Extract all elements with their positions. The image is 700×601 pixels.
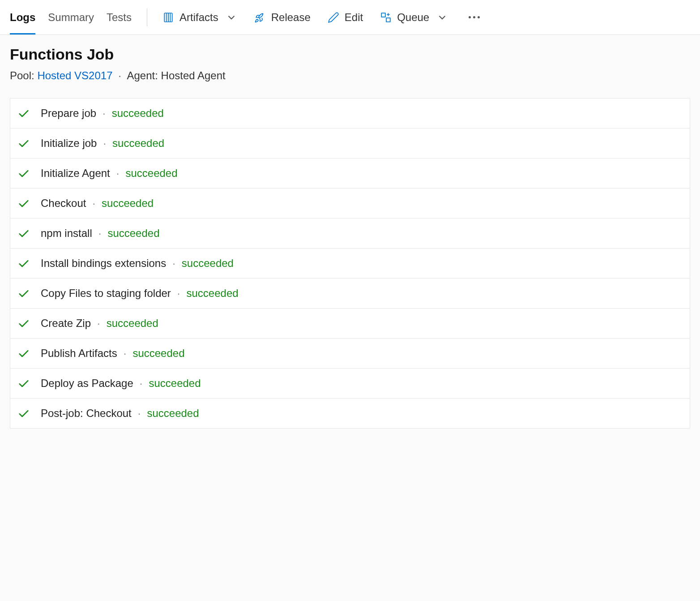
edit-label: Edit [345,11,363,24]
check-icon [17,227,30,240]
step-status: succeeded [125,167,177,180]
step-name: Prepare job [41,107,96,120]
rocket-icon [254,12,266,23]
more-button[interactable] [465,13,483,22]
release-button[interactable]: Release [254,11,311,24]
chevron-down-icon [436,12,448,23]
step-status: succeeded [147,407,199,420]
check-icon [17,377,30,390]
dot-separator: · [98,227,102,240]
step-status: succeeded [107,317,158,330]
dot-separator: · [140,377,143,390]
separator [147,9,147,26]
tab-summary[interactable]: Summary [48,0,94,34]
dot-separator: · [177,287,180,300]
step-row[interactable]: Deploy as Package · succeeded [10,369,690,399]
dot-separator: · [102,107,106,120]
queue-button[interactable]: Queue [380,11,448,24]
step-status: succeeded [186,287,238,300]
queue-icon [380,12,392,23]
step-name: Post-job: Checkout [41,407,132,420]
check-icon [17,107,30,120]
step-row[interactable]: Install bindings extensions · succeeded [10,249,690,279]
step-row[interactable]: Create Zip · succeeded [10,309,690,339]
step-name: Deploy as Package [41,377,133,390]
pool-label: Pool: [10,69,34,82]
step-row[interactable]: Initialize job · succeeded [10,129,690,159]
step-row[interactable]: Checkout · succeeded [10,189,690,219]
dot-separator: · [92,197,95,210]
tab-tests[interactable]: Tests [107,0,132,34]
step-name: Create Zip [41,317,91,330]
artifacts-icon [162,12,174,23]
step-name: Checkout [41,197,86,210]
dot-separator: · [138,407,141,420]
dot-icon [473,16,475,18]
step-row[interactable]: Publish Artifacts · succeeded [10,339,690,369]
check-icon [17,347,30,360]
dot-separator: · [118,69,124,82]
step-status: succeeded [182,257,234,270]
svg-rect-5 [386,18,390,22]
step-row[interactable]: Copy Files to staging folder · succeeded [10,279,690,309]
toolbar: Logs Summary Tests Artifacts Rele [0,0,700,35]
svg-rect-4 [381,13,385,17]
step-name: Initialize Agent [41,167,110,180]
step-row[interactable]: npm install · succeeded [10,219,690,249]
job-title: Functions Job [10,46,690,63]
dot-separator: · [124,347,127,360]
dot-separator: · [103,137,106,150]
step-status: succeeded [112,137,164,150]
check-icon [17,167,30,180]
step-name: Publish Artifacts [41,347,117,360]
step-name: Install bindings extensions [41,257,166,270]
step-name: Initialize job [41,137,97,150]
step-status: succeeded [149,377,201,390]
check-icon [17,197,30,210]
step-status: succeeded [102,197,154,210]
job-subline: Pool: Hosted VS2017 · Agent: Hosted Agen… [10,69,690,82]
edit-button[interactable]: Edit [328,11,363,24]
check-icon [17,407,30,420]
artifacts-label: Artifacts [179,11,218,24]
pencil-icon [328,12,339,23]
check-icon [17,137,30,150]
artifacts-button[interactable]: Artifacts [162,11,237,24]
check-icon [17,257,30,270]
check-icon [17,317,30,330]
check-icon [17,287,30,300]
job-header: Functions Job Pool: Hosted VS2017 · Agen… [0,35,700,90]
pool-link[interactable]: Hosted VS2017 [37,69,112,82]
dot-separator: · [116,167,120,180]
dot-icon [469,16,471,18]
step-row[interactable]: Initialize Agent · succeeded [10,159,690,189]
step-status: succeeded [107,227,159,240]
step-row[interactable]: Post-job: Checkout · succeeded [10,399,690,428]
agent-label: Agent: Hosted Agent [127,69,226,82]
tabs: Logs Summary Tests [10,0,132,34]
steps-list: Prepare job · succeeded Initialize job ·… [10,98,690,429]
actions: Artifacts Release Edit [162,11,483,24]
tab-logs[interactable]: Logs [10,0,35,34]
chevron-down-icon [226,12,237,23]
step-row[interactable]: Prepare job · succeeded [10,99,690,129]
queue-label: Queue [397,11,429,24]
step-status: succeeded [132,347,184,360]
dot-separator: · [172,257,175,270]
dot-icon [478,16,480,18]
step-name: Copy Files to staging folder [41,287,171,300]
step-status: succeeded [112,107,164,120]
step-name: npm install [41,227,92,240]
release-label: Release [271,11,311,24]
dot-separator: · [97,317,100,330]
